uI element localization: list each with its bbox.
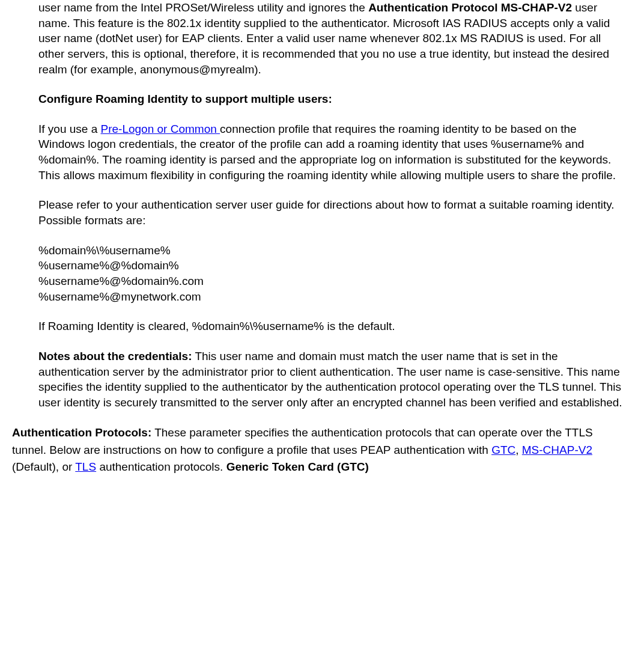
paragraph-roaming-identity: If you use a Pre-Logon or Common connect… bbox=[38, 121, 626, 183]
text-segment: authentication protocols. bbox=[96, 460, 226, 473]
format-item: %username%@%domain%.com bbox=[38, 273, 626, 289]
link-tls[interactable]: TLS bbox=[75, 460, 96, 473]
paragraph-auth-protocols: Authentication Protocols: These paramete… bbox=[12, 424, 626, 476]
text-segment: , bbox=[515, 444, 522, 456]
text-segment: (Default), or bbox=[12, 460, 75, 473]
text-bold: Notes about the credentials: bbox=[38, 350, 192, 362]
format-list: %domain%\%username% %username%@%domain% … bbox=[38, 243, 626, 305]
paragraph-auth-protocol: user name from the Intel PROSet/Wireless… bbox=[38, 0, 626, 77]
format-item: %username%@%domain% bbox=[38, 258, 626, 273]
text-segment: If you use a bbox=[38, 123, 101, 135]
text-bold: Authentication Protocol MS-CHAP-V2 bbox=[368, 1, 572, 14]
paragraph-credentials-notes: Notes about the credentials: This user n… bbox=[38, 349, 626, 411]
text-bold: Generic Token Card (GTC) bbox=[226, 460, 369, 473]
heading-configure-roaming: Configure Roaming Identity to support mu… bbox=[38, 91, 626, 107]
link-pre-logon[interactable]: Pre-Logon or Common bbox=[101, 123, 220, 135]
link-mschapv2[interactable]: MS-CHAP-V2 bbox=[522, 444, 592, 456]
link-gtc[interactable]: GTC bbox=[491, 444, 515, 456]
format-item: %domain%\%username% bbox=[38, 243, 626, 258]
format-item: %username%@mynetwork.com bbox=[38, 289, 626, 305]
text-bold: Authentication Protocols: bbox=[12, 426, 151, 439]
text-segment: user name from the Intel PROSet/Wireless… bbox=[38, 1, 368, 14]
paragraph-refer-guide: Please refer to your authentication serv… bbox=[38, 197, 626, 228]
paragraph-default: If Roaming Identity is cleared, %domain%… bbox=[38, 319, 626, 334]
